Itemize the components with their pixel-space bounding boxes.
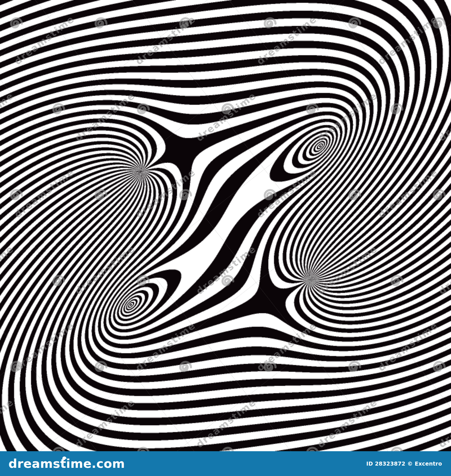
image-id-credit: ID 28323872 © Excentro [366, 461, 451, 467]
op-art-canvas [0, 0, 451, 451]
stock-image-preview: dreamstimedreamstimedreamstimedreamstime… [0, 0, 451, 476]
op-art-image: dreamstimedreamstimedreamstimedreamstime… [0, 0, 451, 451]
swirl-icon [60, 455, 68, 462]
footer-bar: dreamstime.com ID 28323872 © Excentro [0, 451, 451, 476]
dreamstime-logo: dreamstime.com [0, 451, 125, 476]
